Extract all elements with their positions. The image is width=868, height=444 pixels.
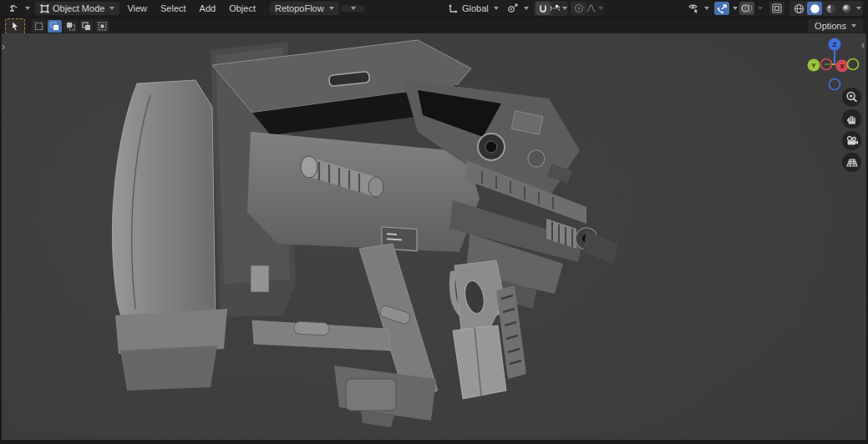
axis-y-negative[interactable] — [848, 59, 859, 70]
axis-x-positive[interactable]: X — [836, 60, 849, 73]
chevron-down-icon — [351, 7, 356, 10]
gizmo-arrow-arc-icon — [717, 3, 728, 14]
svg-text:X: X — [840, 63, 845, 70]
select-mode-set-button[interactable] — [32, 20, 46, 33]
select-intersect-icon — [98, 22, 107, 31]
magnet-icon — [538, 3, 548, 13]
shading-material-button[interactable] — [823, 2, 838, 15]
viewport-header: Object Mode View Select Add Object Retop… — [0, 0, 868, 17]
pivot-point-dropdown[interactable] — [504, 2, 532, 15]
chevron-down-icon — [758, 7, 763, 10]
select-box-cursor-icon — [10, 21, 20, 31]
shading-mode-group — [789, 1, 863, 16]
svg-text:Y: Y — [811, 62, 816, 69]
svg-text:Z: Z — [833, 41, 837, 48]
select-mode-group — [32, 20, 109, 33]
object-type-visibility-dropdown[interactable] — [684, 2, 713, 15]
pivot-point-icon — [507, 3, 519, 13]
perspective-grid-icon — [845, 157, 859, 169]
material-preview-sphere-icon — [825, 3, 836, 14]
select-mode-subtract-button[interactable] — [63, 20, 78, 33]
proportional-editing-toggle[interactable] — [571, 2, 586, 15]
pan-hand-icon — [845, 113, 858, 125]
select-extend-icon — [50, 22, 59, 31]
chevron-down-icon — [704, 7, 709, 10]
show-gizmo-toggle[interactable] — [714, 2, 729, 15]
chevron-down-icon — [329, 7, 334, 10]
shading-rendered-button[interactable] — [839, 2, 854, 15]
xray-squares-icon — [772, 3, 782, 13]
shading-solid-button[interactable] — [807, 2, 822, 15]
camera-view-icon — [845, 135, 859, 147]
axis-x-negative[interactable] — [821, 59, 832, 70]
select-mode-invert-button[interactable] — [79, 20, 94, 33]
menu-add[interactable]: Add — [194, 2, 222, 15]
editor-type-3d-viewport-icon — [8, 3, 20, 13]
active-tool-button[interactable] — [5, 18, 25, 34]
select-set-icon — [34, 22, 43, 31]
zoom-icon — [845, 91, 858, 103]
3d-viewport[interactable]: › ‹ Z Y — [2, 33, 866, 440]
perspective-grid-button[interactable] — [842, 153, 861, 172]
menu-view[interactable]: View — [121, 2, 153, 15]
orientation-axes-icon — [448, 3, 459, 13]
axis-z-positive[interactable]: Z — [829, 38, 841, 51]
chevron-down-icon — [856, 7, 861, 10]
object-mode-icon — [40, 4, 49, 13]
editor-type-button[interactable] — [5, 2, 33, 15]
menu-select[interactable]: Select — [155, 2, 192, 15]
camera-view-button[interactable] — [842, 131, 861, 150]
options-dropdown[interactable]: Options — [808, 19, 863, 33]
tool-settings-bar: Options — [0, 17, 868, 34]
viewport-side-controls — [842, 88, 861, 172]
solid-sphere-icon — [810, 3, 820, 14]
snapping-group — [534, 1, 568, 16]
blender-window: Object Mode View Select Add Object Retop… — [0, 0, 868, 444]
chevron-down-icon — [494, 7, 499, 10]
select-invert-icon — [82, 22, 91, 31]
show-overlays-toggle[interactable] — [739, 2, 754, 15]
display-cluster — [684, 1, 863, 16]
options-label: Options — [815, 21, 846, 31]
toolbar-expand-arrow[interactable]: › — [2, 42, 5, 52]
extra-dropdown[interactable] — [341, 5, 364, 12]
chevron-down-icon — [25, 7, 30, 10]
pan-button[interactable] — [842, 109, 861, 129]
overlays-spheres-icon — [741, 3, 753, 13]
visibility-dropdown-icon — [688, 3, 699, 13]
select-mode-intersect-button[interactable] — [95, 20, 109, 33]
transform-cluster: Global — [444, 1, 604, 16]
snap-increment-icon — [550, 3, 561, 13]
wireframe-sphere-icon — [794, 3, 805, 14]
snap-with-dropdown[interactable] — [551, 2, 566, 15]
chevron-down-icon — [109, 7, 114, 10]
rifle-geometry — [112, 40, 618, 427]
shading-wireframe-button[interactable] — [791, 2, 806, 15]
chevron-down-icon — [598, 7, 603, 10]
menu-object[interactable]: Object — [223, 2, 261, 15]
transform-orientation-dropdown[interactable]: Global — [444, 2, 502, 15]
retopoflow-label: RetopoFlow — [275, 3, 324, 13]
select-mode-extend-button[interactable] — [48, 20, 62, 33]
chevron-down-icon — [733, 7, 738, 10]
axis-y-positive[interactable]: Y — [808, 59, 820, 72]
chevron-down-icon — [851, 24, 856, 28]
proportional-falloff-dropdown[interactable] — [587, 2, 602, 15]
select-subtract-icon — [66, 22, 75, 31]
retopoflow-dropdown[interactable]: RetopoFlow — [270, 2, 339, 15]
proportional-circle-icon — [574, 3, 584, 13]
proportional-editing-group — [570, 1, 604, 16]
toggle-xray-button[interactable] — [769, 2, 784, 15]
chevron-down-icon — [562, 7, 567, 10]
chevron-down-icon — [524, 7, 529, 10]
navigation-gizmo[interactable]: Z Y X — [804, 33, 865, 95]
mode-selector-label: Object Mode — [53, 3, 104, 13]
snap-magnet-toggle[interactable] — [536, 2, 551, 15]
rifle-3d-model[interactable] — [2, 33, 866, 440]
smooth-falloff-icon — [586, 3, 596, 13]
rendered-sphere-icon — [841, 3, 852, 14]
zoom-button[interactable] — [842, 88, 861, 107]
mode-selector-dropdown[interactable]: Object Mode — [35, 2, 119, 15]
orientation-label: Global — [462, 3, 489, 13]
axis-z-negative[interactable] — [830, 79, 840, 90]
